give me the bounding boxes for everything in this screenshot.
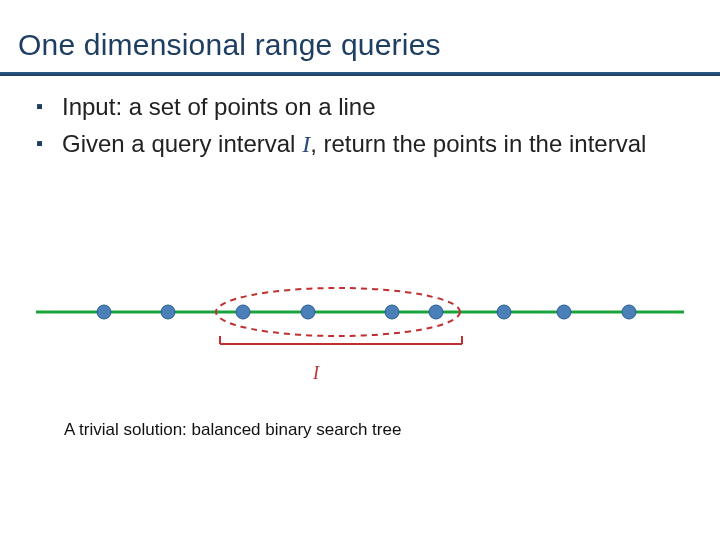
bullet-text: Given a query interval I, return the poi… bbox=[62, 129, 680, 160]
title-underline bbox=[0, 72, 720, 76]
interval-label: I bbox=[313, 363, 319, 384]
bullet-item: ▪ Input: a set of points on a line bbox=[36, 92, 680, 123]
interval-bracket bbox=[220, 336, 462, 344]
data-point bbox=[622, 305, 636, 319]
bullet-text-before: Given a query interval bbox=[62, 130, 302, 157]
math-var: I bbox=[302, 131, 310, 157]
bullet-text-after: , return the points in the interval bbox=[310, 130, 646, 157]
data-point bbox=[429, 305, 443, 319]
bullet-item: ▪ Given a query interval I, return the p… bbox=[36, 129, 680, 160]
slide: One dimensional range queries ▪ Input: a… bbox=[0, 0, 720, 540]
bullet-marker-icon: ▪ bbox=[36, 92, 62, 123]
footnote-text: A trivial solution: balanced binary sear… bbox=[64, 420, 401, 440]
figure-number-line bbox=[36, 270, 684, 390]
bullet-text-before: Input: a set of points on a line bbox=[62, 93, 376, 120]
body-container: ▪ Input: a set of points on a line ▪ Giv… bbox=[36, 92, 680, 165]
data-point bbox=[236, 305, 250, 319]
data-point bbox=[301, 305, 315, 319]
data-point bbox=[497, 305, 511, 319]
data-point bbox=[557, 305, 571, 319]
data-point bbox=[385, 305, 399, 319]
data-point bbox=[97, 305, 111, 319]
bullet-text: Input: a set of points on a line bbox=[62, 92, 680, 123]
data-point bbox=[161, 305, 175, 319]
bullet-marker-icon: ▪ bbox=[36, 129, 62, 160]
slide-title: One dimensional range queries bbox=[18, 28, 441, 62]
